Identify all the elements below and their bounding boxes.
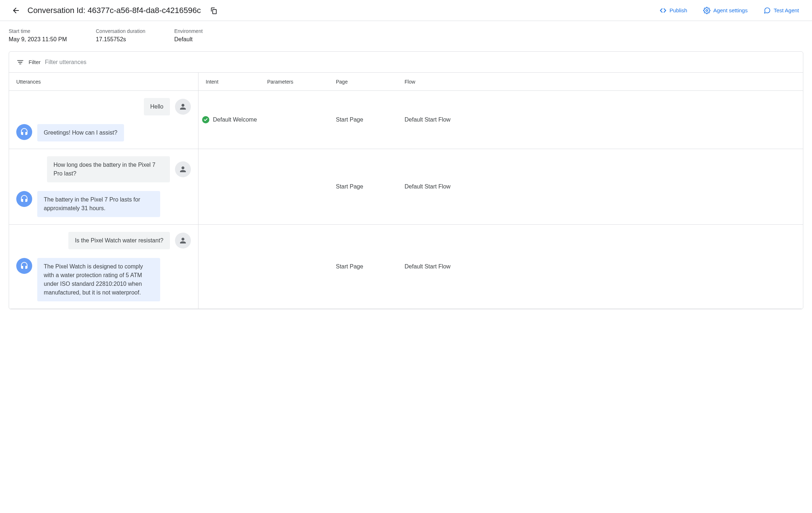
headset-icon — [16, 191, 32, 207]
page-cell: Start Page — [336, 263, 405, 270]
conversation-meta: Start time May 9, 2023 11:50 PM Conversa… — [0, 21, 812, 51]
back-button[interactable] — [9, 3, 23, 18]
user-message-bubble: How long does the battery in the Pixel 7… — [47, 156, 170, 182]
environment-value: Default — [174, 36, 203, 43]
turn-utterances: HelloGreetings! How can I assist? — [9, 91, 198, 149]
user-message-bubble: Hello — [144, 98, 170, 115]
agent-message-row: The battery in the Pixel 7 Pro lasts for… — [16, 191, 191, 217]
turn-details: Start PageDefault Start Flow — [198, 149, 803, 224]
environment-label: Environment — [174, 28, 203, 34]
turn-utterances: How long does the battery in the Pixel 7… — [9, 149, 198, 224]
intent-text: Default Welcome — [213, 116, 257, 123]
agent-message-row: The Pixel Watch is designed to comply wi… — [16, 258, 191, 301]
filter-input[interactable] — [45, 59, 796, 65]
start-time-label: Start time — [9, 28, 67, 34]
turn-row[interactable]: How long does the battery in the Pixel 7… — [9, 149, 803, 225]
code-icon — [659, 7, 667, 14]
agent-settings-label: Agent settings — [713, 7, 748, 13]
turn-row[interactable]: HelloGreetings! How can I assist?Default… — [9, 91, 803, 149]
test-agent-button[interactable]: Test Agent — [759, 4, 803, 17]
conversation-panel: Filter Utterances Intent Parameters Page… — [9, 51, 803, 309]
person-icon — [175, 233, 191, 249]
headset-icon — [16, 258, 32, 274]
flow-cell: Default Start Flow — [405, 263, 803, 270]
user-message-row: Is the Pixel Watch water resistant? — [16, 232, 191, 249]
user-message-row: How long does the battery in the Pixel 7… — [16, 156, 191, 182]
duration-label: Conversation duration — [96, 28, 145, 34]
page-header: Conversation Id: 46377c-a56-8f4-da8-c421… — [0, 0, 812, 21]
page-cell: Start Page — [336, 183, 405, 190]
meta-duration: Conversation duration 17.155752s — [96, 28, 145, 43]
person-icon — [175, 99, 191, 115]
agent-message-bubble: The Pixel Watch is designed to comply wi… — [37, 258, 160, 301]
arrow-back-icon — [12, 6, 20, 15]
svg-point-1 — [706, 9, 708, 11]
gear-icon — [703, 7, 710, 14]
publish-button[interactable]: Publish — [655, 4, 692, 17]
headset-icon — [16, 124, 32, 140]
duration-value: 17.155752s — [96, 36, 145, 43]
col-header-intent: Intent — [198, 79, 267, 85]
page-title: Conversation Id: 46377c-a56-8f4-da8-c421… — [27, 6, 201, 15]
intent-cell: Default Welcome — [198, 116, 267, 123]
page-cell: Start Page — [336, 116, 405, 123]
agent-message-bubble: The battery in the Pixel 7 Pro lasts for… — [37, 191, 160, 217]
check-icon — [202, 116, 209, 123]
turn-details: Default WelcomeStart PageDefault Start F… — [198, 91, 803, 149]
flow-cell: Default Start Flow — [405, 183, 803, 190]
turn-utterances: Is the Pixel Watch water resistant?The P… — [9, 225, 198, 309]
filter-icon — [16, 58, 24, 66]
chat-icon — [764, 7, 771, 14]
agent-message-bubble: Greetings! How can I assist? — [37, 124, 124, 141]
meta-environment: Environment Default — [174, 28, 203, 43]
flow-cell: Default Start Flow — [405, 116, 803, 123]
turn-details: Start PageDefault Start Flow — [198, 225, 803, 309]
person-icon — [175, 161, 191, 177]
filter-label: Filter — [29, 59, 40, 65]
meta-start-time: Start time May 9, 2023 11:50 PM — [9, 28, 67, 43]
col-header-parameters: Parameters — [267, 79, 336, 85]
col-header-utterances: Utterances — [9, 73, 198, 90]
col-header-page: Page — [336, 79, 405, 85]
copy-id-button[interactable] — [206, 3, 221, 18]
user-message-row: Hello — [16, 98, 191, 115]
col-header-flow: Flow — [405, 79, 803, 85]
turn-row[interactable]: Is the Pixel Watch water resistant?The P… — [9, 225, 803, 309]
start-time-value: May 9, 2023 11:50 PM — [9, 36, 67, 43]
agent-message-row: Greetings! How can I assist? — [16, 124, 191, 141]
test-agent-label: Test Agent — [774, 7, 799, 13]
table-header: Utterances Intent Parameters Page Flow — [9, 73, 803, 91]
user-message-bubble: Is the Pixel Watch water resistant? — [68, 232, 170, 249]
copy-icon — [210, 7, 218, 14]
publish-label: Publish — [670, 7, 687, 13]
filter-bar: Filter — [9, 52, 803, 73]
turns-container: HelloGreetings! How can I assist?Default… — [9, 91, 803, 309]
agent-settings-button[interactable]: Agent settings — [699, 4, 752, 17]
svg-rect-0 — [213, 9, 217, 14]
